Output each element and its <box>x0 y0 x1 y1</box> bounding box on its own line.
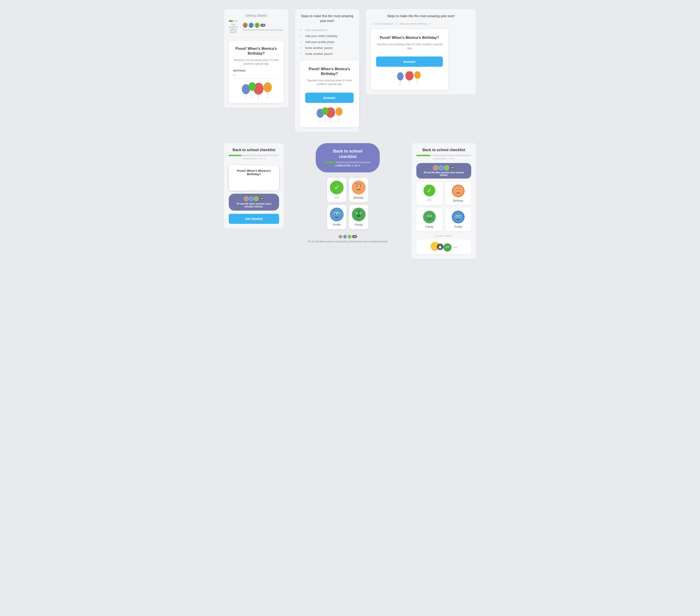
balloon-group-2 <box>305 107 354 124</box>
soc-avatar-2 <box>249 196 253 201</box>
bts-1-progress-fill <box>229 155 241 156</box>
birthday-field-label: BIRTHDAY <box>233 69 279 72</box>
checklist-item-5-label: Invite another parent <box>305 52 333 55</box>
task-card-join[interactable]: ✓ Join <box>327 178 346 202</box>
birthday-card-2-title: Pssst! When's Monica's Birthday? <box>305 67 354 76</box>
social-pill: +48 JP and 50 other parents have already… <box>416 163 471 179</box>
progress-bar-fill <box>229 20 233 22</box>
bts-right-grid: ✓ Join Birthda <box>416 182 471 231</box>
svg-rect-55 <box>359 215 360 216</box>
getting-started-title: Getting Started <box>229 14 284 17</box>
avatars-section: +48 JP and 50 other parents have already… <box>242 22 284 31</box>
extra-credit-label: EXTRA CREDIT <box>416 235 471 237</box>
checklist-item-3-label: Add your profile photo <box>305 40 334 44</box>
social-bottom-avatars: +48 <box>338 235 357 239</box>
svg-point-79 <box>457 216 457 217</box>
svg-point-66 <box>459 189 460 190</box>
tasks-grid: ✓ Join <box>327 178 368 229</box>
bts-r-join[interactable]: ✓ Join <box>416 182 442 205</box>
svg-line-18 <box>320 118 320 122</box>
svg-point-27 <box>405 71 414 80</box>
soc-avatar-1 <box>244 196 248 201</box>
birthday-card-1: Pssst! When's Monica's Birthday? Teacher… <box>229 41 284 103</box>
soc-b-avatar-3 <box>348 235 352 239</box>
lock-icon <box>437 244 443 250</box>
svg-point-62 <box>453 186 463 196</box>
social-overlay-1: +48 JP and 50 other parents have already… <box>229 194 279 210</box>
progress-bar-container: Your progress getting started. <box>229 20 238 34</box>
svg-point-82 <box>444 244 451 251</box>
bts-r-profile-label: Profile <box>448 225 468 228</box>
svg-point-85 <box>446 246 447 247</box>
task-card-family[interactable]: Family <box>349 205 368 229</box>
checklist-item-3: ✓ Add your profile photo <box>300 39 354 45</box>
task-family-label: Family <box>352 223 365 226</box>
sp-text: JP and 50 other parents have already sta… <box>420 171 468 176</box>
steps-completed-row: ✓ Join a classroom ✓ Add your child's bi… <box>371 22 471 25</box>
svg-point-25 <box>397 72 403 80</box>
birthday-placeholder: / / <box>233 73 236 77</box>
birthday-card-3-subtitle: Teachers love knowing when it's their st… <box>376 42 443 50</box>
step-check-1: ✓ <box>371 22 373 25</box>
svg-rect-41 <box>339 209 340 212</box>
extra-credit-icons <box>430 242 452 252</box>
svg-line-26 <box>400 80 400 85</box>
svg-point-37 <box>356 185 358 187</box>
join-check-icon: ✓ <box>330 181 343 194</box>
bts-r-birthday[interactable]: Birthday <box>445 182 471 205</box>
sp-count: +48 <box>450 166 454 169</box>
bts-r-profile[interactable]: Profile <box>445 208 471 231</box>
bts-r-join-label: Join <box>419 198 440 202</box>
bts-3-progress-bg <box>416 155 471 156</box>
avatar-count: +48 <box>260 24 265 27</box>
birthday-card-3: Pssst! When's Monica's Birthday? Teacher… <box>371 29 448 90</box>
bottom-row: Back to school checklist COMPLETED: 1 OF… <box>224 143 476 259</box>
svg-line-12 <box>258 95 259 100</box>
sp-avatar-2 <box>439 165 443 170</box>
bts-1-title: Back to school checklist <box>229 148 279 153</box>
birthday-input[interactable]: / / <box>233 73 279 79</box>
svg-rect-40 <box>334 209 335 212</box>
step-birthday: Add your child's birthday <box>400 22 427 25</box>
svg-line-22 <box>339 116 339 122</box>
progress-bar-bg <box>229 20 238 22</box>
svg-rect-73 <box>456 213 457 215</box>
task-card-birthday[interactable]: Birthday <box>349 178 368 202</box>
bts-r-family[interactable]: Family <box>416 208 442 231</box>
svg-line-16 <box>252 91 252 98</box>
task-birthday-label: Birthday <box>352 196 365 200</box>
bts-2-completed: COMPLETED: 1 OF 4 <box>325 164 371 167</box>
family-monster-icon <box>352 208 365 221</box>
soc-b-count: +48 <box>352 235 357 238</box>
check-icon-4: ✓ <box>300 46 303 50</box>
svg-point-21 <box>336 107 342 116</box>
birthday-card-1-subtitle: Teachers love knowing when it's their st… <box>233 58 279 66</box>
svg-line-24 <box>325 115 325 121</box>
check-icon-5: ✓ <box>300 52 303 55</box>
balloon-group-3 <box>376 71 443 86</box>
svg-point-32 <box>249 197 253 201</box>
stacked-card-title: Pssst! When's Monica's Birthday? <box>233 169 275 176</box>
checklist-item-1: ✓ Join a classroom <box>300 27 354 33</box>
panel-bts-1: Back to school checklist COMPLETED: 1 OF… <box>224 143 284 228</box>
step-check-3: ✓ <box>429 22 431 25</box>
svg-point-7 <box>256 24 258 26</box>
answer-button-2[interactable]: Answer <box>376 56 443 67</box>
check-icon-2: ✓ <box>300 34 303 38</box>
svg-point-34 <box>352 181 365 194</box>
step-join: Join a classroom <box>375 22 394 25</box>
birthday-card-1-title: Pssst! When's Monica's Birthday? <box>233 47 279 56</box>
panel-checklist-1: Steps to make this the most amazing year… <box>295 9 359 132</box>
svg-point-13 <box>264 82 272 92</box>
panel-getting-started: Getting Started Your progress getting st… <box>224 9 288 107</box>
answer-button-1[interactable]: Answer <box>305 93 354 103</box>
checklist-item-4: ✓ Invite another parent <box>300 45 354 51</box>
checklist-item-1-label: Join a classroom <box>305 28 328 32</box>
profile-monster-icon <box>330 208 343 221</box>
task-card-profile[interactable]: Profile <box>327 205 346 229</box>
svg-rect-54 <box>357 215 358 216</box>
birthday-monster-icon <box>352 181 365 194</box>
svg-point-4 <box>250 24 252 26</box>
get-started-button[interactable]: Get Started <box>229 214 279 224</box>
check-icon-1: ✓ <box>300 28 303 32</box>
